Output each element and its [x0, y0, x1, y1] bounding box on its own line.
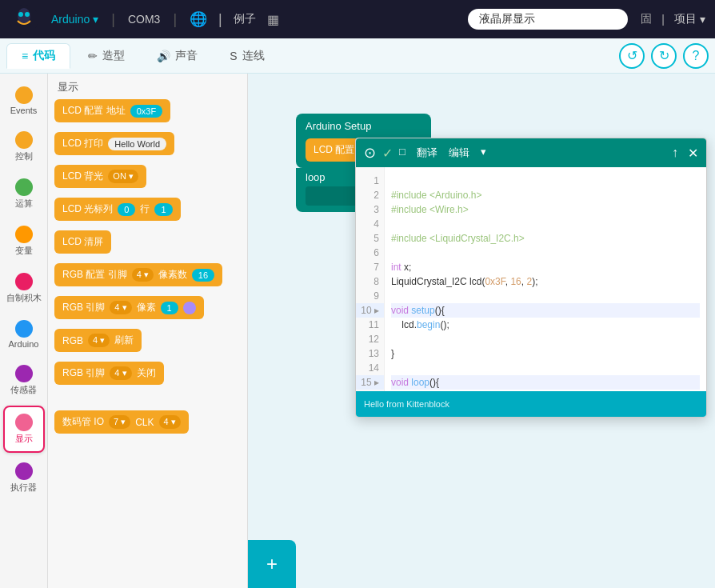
editor-upload-icon[interactable]: ↑	[672, 146, 678, 160]
code-line-7: int x;	[391, 260, 700, 274]
help-button[interactable]: ?	[683, 43, 709, 69]
block-data-io[interactable]: 数码管 IO 7 ▾ CLK 4 ▾	[54, 410, 189, 434]
block-lcd-config-label: LCD 配置 地址	[62, 104, 126, 118]
block-rgb-config-pixel-val: 16	[192, 269, 214, 282]
editor-logo-icon: ⊙	[364, 144, 376, 162]
custom-dot	[15, 273, 33, 290]
sidebar-item-operator[interactable]: 运算	[3, 172, 45, 216]
arduino-dot	[15, 320, 33, 338]
events-label: Events	[10, 106, 38, 115]
code-line-3: #include <Wire.h>	[391, 202, 700, 217]
block-lcd-backlight-label: LCD 背光	[62, 170, 103, 183]
block-rgb-pixel-label: RGB 引脚	[62, 301, 105, 314]
sidebar-item-custom[interactable]: 自制积木	[3, 266, 45, 310]
code-content[interactable]: #include <Arduino.h> #include <Wire.h> #…	[385, 167, 706, 391]
block-lcd-clear[interactable]: LCD 清屏	[54, 230, 111, 254]
tab-model[interactable]: ✏ 造型	[74, 44, 139, 68]
block-rgb-off-pin[interactable]: 4 ▾	[110, 366, 131, 380]
block-lcd-cursor-row-label: 行	[140, 202, 150, 216]
search-bar[interactable]: 液晶屏显示	[468, 9, 628, 30]
svg-point-2	[18, 12, 23, 17]
line-num-12: 12	[356, 332, 384, 346]
block-lcd-addr-value: 0x3F	[130, 105, 162, 118]
redo-button[interactable]: ↻	[651, 43, 677, 69]
code-editor-right: ↑ ✕	[672, 146, 698, 161]
code-line-2: #include <Arduino.h>	[391, 188, 700, 202]
top-bar: Arduino ▾ | COM3 | 🌐 | 例子 ▦ 液晶屏显示 固 | 项目…	[0, 0, 715, 38]
block-rgb-config[interactable]: RGB 配置 引脚 4 ▾ 像素数 16	[54, 263, 222, 286]
code-editor-titlebar: ⊙ ✓ □ 翻译 编辑 ▾ ↑ ✕	[356, 138, 706, 167]
block-rgb-color-circle[interactable]	[183, 302, 196, 314]
block-lcd-backlight-value[interactable]: ON ▾	[108, 170, 138, 183]
block-rgb-pixel-pin[interactable]: 4 ▾	[110, 301, 131, 314]
block-rgb-off-action: 关闭	[137, 366, 156, 380]
footer-text: Hello from Kittenblock	[364, 399, 449, 409]
block-rgb-pixel-num: 1	[161, 302, 178, 314]
block-rgb-off-label: RGB 引脚	[62, 366, 105, 380]
sidebar-item-variable[interactable]: 变量	[3, 219, 45, 263]
block-rgb-config-label: RGB 配置 引脚	[62, 268, 127, 282]
block-data-io-clk-val[interactable]: 4 ▾	[159, 415, 181, 429]
tab-bar: ≡ 代码 ✏ 造型 🔊 声音 S 连线 ↺ ↻ ?	[0, 38, 715, 74]
sidebar-item-actuator[interactable]: 执行器	[3, 456, 45, 500]
sidebar-item-display[interactable]: 显示	[3, 406, 45, 453]
block-rgb-refresh-pin[interactable]: 4 ▾	[88, 334, 110, 347]
main-layout: Events 控制 运算 变量 自制积木 Arduino 传感器 显示	[0, 74, 715, 588]
block-data-io-pin[interactable]: 7 ▾	[109, 415, 130, 429]
bottom-add-button[interactable]: +	[248, 540, 296, 588]
add-icon: +	[266, 553, 278, 575]
code-line-1	[391, 174, 700, 188]
block-rgb-refresh-label: RGB	[62, 335, 83, 346]
line-num-10: 10 ▸	[356, 303, 384, 318]
editor-edit-chevron: ▾	[481, 146, 486, 160]
block-rgb-off[interactable]: RGB 引脚 4 ▾ 关闭	[54, 362, 164, 385]
code-line-4	[391, 217, 700, 231]
editor-translate-label[interactable]: 翻译	[417, 146, 437, 160]
block-lcd-print[interactable]: LCD 打印 Hello World	[54, 132, 174, 155]
tab-code[interactable]: ≡ 代码	[6, 43, 70, 69]
editor-check-icon: ✓	[382, 146, 393, 161]
arduino-menu[interactable]: Arduino ▾	[51, 13, 98, 26]
block-data-io-clk-label: CLK	[135, 417, 154, 428]
block-icon[interactable]: ▦	[267, 12, 279, 27]
sound-tab-icon: 🔊	[157, 50, 170, 62]
block-lcd-backlight[interactable]: LCD 背光 ON ▾	[54, 165, 146, 188]
example-label[interactable]: 例子	[234, 12, 256, 26]
code-line-9	[391, 289, 700, 303]
sensor-label: 传感器	[10, 384, 37, 396]
actuator-dot	[15, 462, 33, 480]
block-lcd-clear-label: LCD 清屏	[62, 235, 103, 249]
undo-button[interactable]: ↺	[619, 43, 645, 69]
canvas-loop-label: loop	[306, 171, 326, 183]
display-label: 显示	[15, 433, 33, 445]
block-lcd-print-label: LCD 打印	[62, 137, 103, 150]
sidebar-item-sensor[interactable]: 传感器	[3, 358, 45, 402]
project-menu[interactable]: 项目 ▾	[674, 12, 705, 26]
line-num-11: 11	[356, 318, 384, 332]
tab-sound[interactable]: 🔊 声音	[142, 44, 212, 68]
code-editor: ⊙ ✓ □ 翻译 编辑 ▾ ↑ ✕ 1 2 3 4	[355, 138, 707, 418]
operator-dot	[15, 178, 33, 196]
block-rgb-config-pin[interactable]: 4 ▾	[132, 268, 154, 282]
sidebar-item-events[interactable]: Events	[3, 80, 45, 122]
code-editor-footer: Hello from Kittenblock	[356, 391, 706, 417]
variable-dot	[15, 226, 33, 243]
code-editor-actions: □ 翻译 编辑 ▾	[399, 146, 486, 160]
editor-edit-label[interactable]: 编辑	[449, 146, 469, 160]
block-rgb-pixel[interactable]: RGB 引脚 4 ▾ 像素 1	[54, 296, 204, 319]
block-rgb-refresh[interactable]: RGB 4 ▾ 刷新	[54, 329, 142, 352]
block-lcd-print-value: Hello World	[108, 138, 166, 150]
tab-connect[interactable]: S 连线	[215, 44, 278, 68]
sidebar-item-arduino[interactable]: Arduino	[3, 314, 45, 355]
block-rgb-config-pixel-label: 像素数	[158, 268, 187, 282]
block-lcd-config-addr[interactable]: LCD 配置 地址 0x3F	[54, 99, 170, 122]
code-line-10: void setup(){	[391, 303, 700, 318]
arduino-chevron-icon: ▾	[93, 13, 98, 26]
globe-icon[interactable]: 🌐	[190, 10, 207, 28]
line-num-1: 1	[356, 174, 384, 188]
sidebar-item-control[interactable]: 控制	[3, 125, 45, 169]
editor-close-icon[interactable]: ✕	[688, 146, 698, 161]
block-lcd-cursor[interactable]: LCD 光标列 0 行 1	[54, 198, 181, 221]
search-text: 液晶屏显示	[479, 12, 617, 26]
editor-file-icon: □	[399, 146, 405, 160]
